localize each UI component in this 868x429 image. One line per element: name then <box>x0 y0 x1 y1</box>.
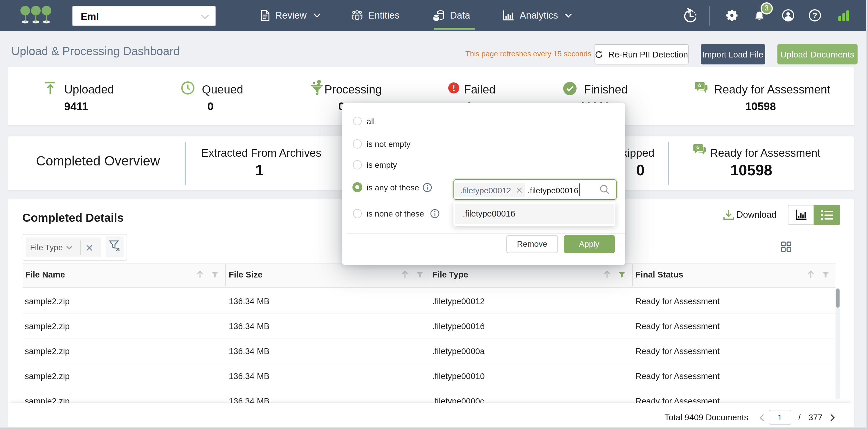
svg-text:?: ? <box>812 11 817 20</box>
